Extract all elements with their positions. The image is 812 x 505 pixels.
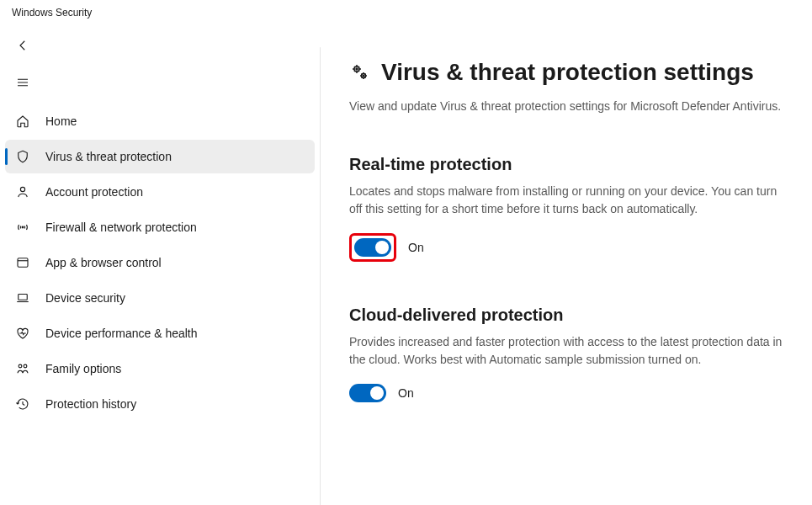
sidebar-item-label: Device security xyxy=(45,291,125,305)
sidebar-item-label: Virus & threat protection xyxy=(45,150,172,163)
section-title-realtime: Real-time protection xyxy=(349,155,787,174)
back-arrow-icon xyxy=(15,38,30,53)
sidebar-item-account[interactable]: Account protection xyxy=(5,175,315,209)
shield-icon xyxy=(15,149,30,164)
menu-button[interactable] xyxy=(5,67,39,98)
sidebar-item-virus-threat[interactable]: Virus & threat protection xyxy=(5,140,315,173)
toggle-label-realtime: On xyxy=(408,241,424,254)
sidebar-item-label: Account protection xyxy=(45,185,143,199)
page-title: Virus & threat protection settings xyxy=(381,59,754,86)
toggle-label-cloud: On xyxy=(398,386,414,400)
svg-point-0 xyxy=(20,187,24,191)
page-header: Virus & threat protection settings xyxy=(349,59,787,86)
main-content: Virus & threat protection settings View … xyxy=(321,24,812,505)
sidebar-item-label: Firewall & network protection xyxy=(45,221,197,234)
section-desc-realtime: Locates and stops malware from installin… xyxy=(349,183,787,218)
window-icon xyxy=(15,255,30,270)
sidebar-item-history[interactable]: Protection history xyxy=(5,387,315,421)
sidebar-item-label: Family options xyxy=(45,362,121,375)
gears-icon xyxy=(349,61,369,84)
svg-point-4 xyxy=(19,364,22,368)
person-icon xyxy=(15,184,30,199)
heart-icon xyxy=(15,326,30,341)
svg-point-1 xyxy=(22,226,24,228)
sidebar-item-family[interactable]: Family options xyxy=(5,352,315,385)
section-title-cloud: Cloud-delivered protection xyxy=(349,306,787,325)
toggle-realtime[interactable] xyxy=(354,238,391,257)
svg-point-7 xyxy=(356,68,358,70)
sidebar-item-label: Protection history xyxy=(45,397,136,411)
sidebar-item-label: Home xyxy=(45,114,77,128)
sidebar-item-label: Device performance & health xyxy=(45,327,198,340)
page-subtitle: View and update Virus & threat protectio… xyxy=(349,98,787,114)
toggle-row-realtime: On xyxy=(349,233,787,262)
hamburger-icon xyxy=(15,75,30,90)
back-button[interactable] xyxy=(5,30,39,61)
svg-rect-2 xyxy=(18,258,28,268)
sidebar-item-firewall[interactable]: Firewall & network protection xyxy=(5,210,315,244)
svg-rect-3 xyxy=(19,295,28,300)
highlight-box xyxy=(349,233,396,262)
home-icon xyxy=(15,114,30,129)
body-area: Home Virus & threat protection Account p… xyxy=(0,24,812,505)
sidebar-item-device-security[interactable]: Device security xyxy=(5,281,315,315)
sidebar-item-app-browser[interactable]: App & browser control xyxy=(5,246,315,279)
app-title: Windows Security xyxy=(0,0,812,24)
section-desc-cloud: Provides increased and faster protection… xyxy=(349,333,787,369)
section-realtime: Real-time protection Locates and stops m… xyxy=(349,155,787,262)
history-icon xyxy=(15,396,30,412)
sidebar-item-performance[interactable]: Device performance & health xyxy=(5,316,315,350)
toggle-row-cloud: On xyxy=(349,384,787,402)
svg-point-5 xyxy=(24,364,27,368)
section-cloud: Cloud-delivered protection Provides incr… xyxy=(349,306,787,402)
laptop-icon xyxy=(15,290,30,306)
svg-point-9 xyxy=(363,75,364,77)
sidebar-item-home[interactable]: Home xyxy=(5,104,315,138)
antenna-icon xyxy=(15,220,30,235)
sidebar: Home Virus & threat protection Account p… xyxy=(0,24,320,505)
family-icon xyxy=(15,361,30,376)
nav-list: Home Virus & threat protection Account p… xyxy=(5,104,315,421)
toggle-cloud[interactable] xyxy=(349,384,386,402)
sidebar-item-label: App & browser control xyxy=(45,256,162,269)
